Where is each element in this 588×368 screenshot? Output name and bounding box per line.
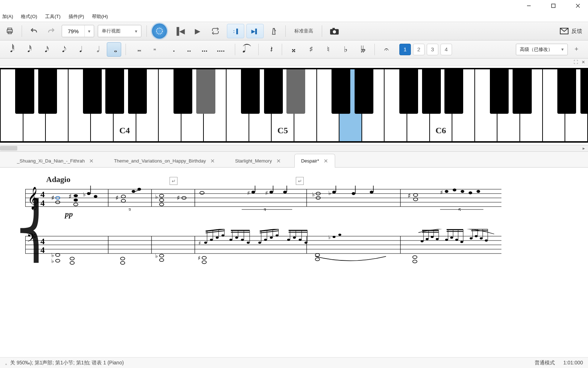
rewind-button[interactable]: ▐◀	[173, 25, 186, 38]
dot-2-button[interactable]: ..	[185, 42, 193, 57]
note-8th-button[interactable]: 𝅘𝅥𝅮	[55, 42, 69, 57]
black-key[interactable]	[399, 69, 418, 114]
black-key[interactable]	[174, 69, 192, 114]
black-key[interactable]	[128, 69, 147, 114]
black-key[interactable]	[105, 69, 124, 114]
black-key[interactable]	[490, 69, 509, 114]
black-key[interactable]	[15, 69, 34, 114]
flat-button[interactable]: ♭	[338, 42, 353, 57]
system-break-marker[interactable]: ↵	[170, 177, 177, 185]
note-half-button[interactable]: 𝅗𝅥	[89, 42, 104, 57]
voice-3-button[interactable]: 3	[427, 44, 438, 55]
tie-button[interactable]: 𝅘𝅥⁀	[240, 42, 254, 57]
svg-point-182	[480, 237, 483, 239]
bass-staff[interactable]: 𝄢 4 4 ♭ ♭ ♭ ♯	[25, 229, 584, 269]
menu-help[interactable]: 帮助(H)	[92, 13, 108, 20]
svg-point-112	[216, 237, 219, 239]
black-key-pressed[interactable]	[196, 69, 215, 114]
tab-starlight[interactable]: Starlight_Memory✕	[228, 154, 288, 168]
black-key-pressed[interactable]	[286, 69, 305, 114]
close-panel-icon[interactable]: ✕	[582, 60, 585, 65]
menu-add[interactable]: 加(A)	[2, 13, 13, 20]
window-minimize-button[interactable]	[522, 1, 536, 11]
svg-text:4: 4	[40, 198, 45, 208]
close-icon[interactable]: ✕	[210, 158, 215, 164]
print-button[interactable]	[3, 25, 17, 38]
metronome-button[interactable]	[267, 25, 280, 38]
flip-direction-button[interactable]: 𝄐	[379, 42, 394, 57]
note-whole-button[interactable]: 𝅝	[107, 42, 121, 57]
black-key[interactable]	[264, 69, 283, 114]
note-longa-button[interactable]: 𝆸	[148, 42, 162, 57]
black-key[interactable]	[332, 69, 350, 114]
tempo-marking[interactable]: Adagio	[46, 175, 70, 184]
close-icon[interactable]: ✕	[89, 158, 94, 164]
view-mode-select[interactable]: 单行视图 ▾	[98, 25, 141, 37]
expand-panel-icon[interactable]: ⛶	[574, 60, 578, 65]
undo-button[interactable]	[27, 25, 41, 38]
menu-format[interactable]: 格式(O)	[21, 13, 37, 20]
system-break-marker[interactable]: ↵	[296, 177, 304, 185]
close-icon[interactable]: ✕	[324, 158, 328, 164]
black-key[interactable]	[83, 69, 102, 114]
close-icon[interactable]: ✕	[276, 158, 281, 164]
black-key[interactable]	[513, 69, 531, 114]
window-maximize-button[interactable]	[546, 1, 561, 11]
black-key[interactable]	[557, 69, 576, 114]
treble-staff[interactable]: 𝄞 4 4 ♯ ♯ ♭ ♯ ♭ ♯ ♯ ♯ ♭ ♭ ♯ ♯	[25, 186, 584, 211]
voice-1-button[interactable]: 1	[399, 44, 411, 55]
voice-4-button[interactable]: 4	[440, 44, 452, 55]
double-flat-button[interactable]: 𝄫	[356, 42, 370, 57]
note-quarter-button[interactable]: 𝅘𝅥	[72, 42, 87, 57]
dot-3-button[interactable]: ...	[200, 42, 209, 57]
scrollbar-thumb[interactable]	[0, 146, 17, 151]
window-close-button[interactable]	[571, 1, 585, 11]
workspace-combo[interactable]: 高级（已修改） ▾	[516, 44, 568, 55]
black-key[interactable]	[580, 69, 588, 114]
note-input-mode-button[interactable]	[152, 23, 167, 39]
black-key[interactable]	[355, 69, 373, 114]
sharp-button[interactable]: ♯	[304, 42, 318, 57]
note-breve-button[interactable]: 𝅜	[130, 42, 145, 57]
double-sharp-button[interactable]: 𝄪	[286, 42, 301, 57]
zoom-input[interactable]	[62, 28, 84, 34]
svg-text:♯: ♯	[408, 192, 411, 199]
svg-text:♭: ♭	[155, 253, 158, 259]
separator	[258, 44, 259, 55]
zoom-control[interactable]: ▾	[62, 25, 94, 37]
note-32nd-button[interactable]: 𝅘𝅥𝅰	[20, 42, 35, 57]
menu-plugins[interactable]: 插件(P)	[69, 13, 84, 20]
rest-button[interactable]: 𝄽	[263, 42, 277, 57]
black-key[interactable]	[444, 69, 463, 114]
tab-despair[interactable]: Despair*✕	[294, 154, 335, 168]
svg-point-39	[121, 195, 126, 198]
svg-text:♯: ♯	[198, 255, 201, 261]
loop-end-button[interactable]: ▶▌	[246, 24, 264, 38]
menu-tools[interactable]: 工具(T)	[45, 13, 61, 20]
voice-2-button[interactable]: 2	[413, 44, 425, 55]
black-key[interactable]	[241, 69, 260, 114]
feedback-button[interactable]: 反馈	[560, 28, 585, 35]
add-workspace-button[interactable]: +	[571, 44, 582, 55]
svg-point-103	[70, 261, 74, 264]
note-16th-button[interactable]: 𝅘𝅥𝅯	[38, 42, 52, 57]
scroll-right-icon[interactable]: ▸	[581, 145, 587, 151]
zoom-dropdown[interactable]: ▾	[84, 25, 94, 37]
tab-shuang-xi[interactable]: _Shuang_Xi_Da_Nian_-_Fithrah✕	[10, 154, 101, 168]
loop-start-button[interactable]: :▐	[227, 24, 244, 38]
screenshot-button[interactable]	[327, 25, 342, 37]
tab-theme-variations[interactable]: Theme_and_Variations_on_Happy_Birthday✕	[107, 154, 222, 168]
play-button[interactable]: ▶	[191, 25, 204, 38]
note-64th-button[interactable]: 𝅘𝅥𝅱	[3, 42, 17, 57]
dot-4-button[interactable]: ....	[216, 42, 225, 57]
black-key[interactable]	[38, 69, 57, 114]
piano-scrollbar[interactable]: ▸	[0, 145, 588, 152]
redo-button[interactable]	[44, 25, 58, 38]
natural-button[interactable]: ♮	[321, 42, 335, 57]
black-key[interactable]	[422, 69, 441, 114]
score-view[interactable]: Adagio ⎨ pp ↵ ↵ 𝄞 4 4 ♯ ♯ ♭ ♯	[0, 168, 588, 341]
piano-keyboard[interactable]: C4 C5 C6	[0, 68, 588, 143]
loop-button[interactable]	[209, 25, 222, 38]
dot-1-button[interactable]: .	[170, 42, 178, 57]
tuning-label[interactable]: 标准音高	[291, 28, 317, 34]
